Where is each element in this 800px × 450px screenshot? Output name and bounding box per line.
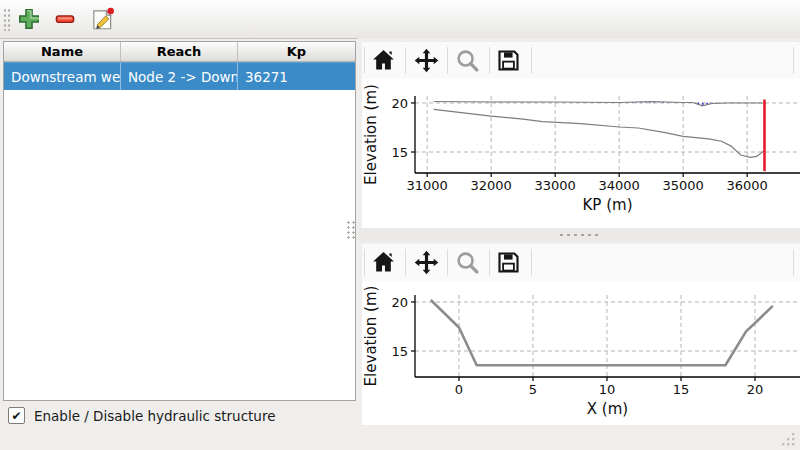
- checkmark-icon: ✔: [11, 410, 21, 422]
- svg-text:15: 15: [391, 344, 408, 359]
- svg-text:20: 20: [391, 295, 408, 310]
- profile-chart-canvas[interactable]: 3100032000330003400035000360001520KP (m)…: [362, 79, 800, 228]
- home-icon: [370, 47, 397, 74]
- window-resize-grip[interactable]: [780, 431, 797, 448]
- edit-structure-button[interactable]: [89, 6, 115, 32]
- hydraulic-structures-window: { "app_toolbar": { "buttons": [ {"id": "…: [0, 0, 800, 450]
- svg-text:32000: 32000: [470, 178, 511, 193]
- enable-structure-label: Enable / Disable hydraulic structure: [34, 408, 275, 424]
- pan-icon: [413, 249, 440, 276]
- pan-button[interactable]: [413, 47, 440, 74]
- svg-text:Elevation (m): Elevation (m): [362, 84, 380, 185]
- home-icon: [370, 249, 397, 276]
- cross-section-chart[interactable]: 051015201520X (m)Elevation (m): [362, 281, 800, 425]
- enable-structure-checkbox[interactable]: ✔: [8, 407, 25, 424]
- vertical-splitter-handle[interactable]: [346, 220, 356, 240]
- add-structure-button[interactable]: [16, 6, 42, 32]
- table-row[interactable]: Downstream weir Node 2 -> Down… 36271: [4, 62, 355, 90]
- section-chart-canvas[interactable]: 051015201520X (m)Elevation (m): [362, 281, 800, 425]
- charts-panel: 3100032000330003400035000360001520KP (m)…: [358, 38, 800, 450]
- plus-icon: [16, 6, 42, 32]
- cell-reach: Node 2 -> Down…: [121, 63, 238, 90]
- splitter-handle-icon: [558, 233, 598, 237]
- remove-structure-button[interactable]: [52, 6, 78, 32]
- zoom-icon: [454, 47, 481, 74]
- svg-text:33000: 33000: [534, 178, 575, 193]
- table-header: Name Reach Kp: [4, 42, 355, 62]
- structures-table: Name Reach Kp Downstream weir Node 2 -> …: [3, 41, 356, 401]
- minus-icon: [52, 6, 78, 32]
- save-button[interactable]: [495, 249, 522, 276]
- svg-text:20: 20: [391, 96, 408, 111]
- svg-text:0: 0: [455, 382, 463, 397]
- svg-text:35000: 35000: [662, 178, 703, 193]
- profile-chart-toolbar: [362, 42, 800, 79]
- svg-text:15: 15: [673, 382, 690, 397]
- svg-text:20: 20: [747, 382, 764, 397]
- cell-name: Downstream weir: [4, 63, 121, 90]
- zoom-icon: [454, 249, 481, 276]
- home-button[interactable]: [370, 47, 397, 74]
- svg-text:15: 15: [391, 145, 408, 160]
- column-header-name[interactable]: Name: [4, 42, 121, 61]
- horizontal-splitter[interactable]: [358, 228, 800, 242]
- svg-text:36000: 36000: [726, 178, 767, 193]
- save-button[interactable]: [495, 47, 522, 74]
- toolbar-drag-handle[interactable]: [3, 8, 12, 31]
- column-header-reach[interactable]: Reach: [121, 42, 238, 61]
- pan-icon: [413, 47, 440, 74]
- section-chart-toolbar: [362, 244, 800, 281]
- enable-structure-row: ✔ Enable / Disable hydraulic structure: [8, 407, 275, 424]
- svg-text:KP (m): KP (m): [583, 196, 633, 214]
- svg-text:Elevation (m): Elevation (m): [362, 286, 380, 387]
- cell-kp: 36271: [238, 63, 355, 90]
- svg-text:10: 10: [599, 382, 616, 397]
- longitudinal-profile-chart[interactable]: 3100032000330003400035000360001520KP (m)…: [362, 79, 800, 228]
- pan-button[interactable]: [413, 249, 440, 276]
- zoom-button[interactable]: [454, 249, 481, 276]
- home-button[interactable]: [370, 249, 397, 276]
- svg-text:X (m): X (m): [587, 400, 628, 418]
- app-toolbar: [0, 0, 800, 39]
- svg-text:34000: 34000: [598, 178, 639, 193]
- save-icon: [495, 47, 522, 74]
- column-header-kp[interactable]: Kp: [238, 42, 355, 61]
- svg-text:31000: 31000: [406, 178, 447, 193]
- save-icon: [495, 249, 522, 276]
- edit-icon: [89, 6, 115, 32]
- svg-text:5: 5: [529, 382, 537, 397]
- zoom-button[interactable]: [454, 47, 481, 74]
